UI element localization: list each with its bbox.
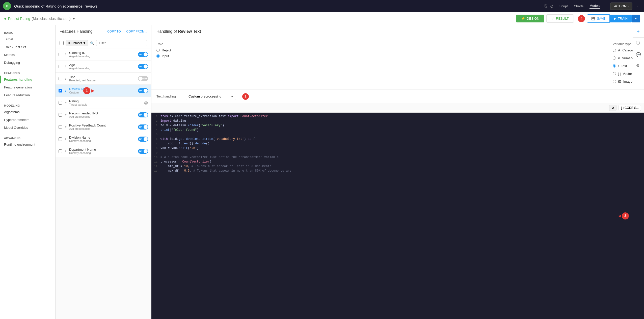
filter-input[interactable] — [96, 40, 147, 46]
toggle-on[interactable] — [138, 137, 148, 142]
numerical-radio[interactable] — [613, 56, 616, 60]
feature-type: # — [64, 113, 67, 116]
chat-right-icon[interactable]: 💬 — [633, 49, 644, 60]
feature-row-selected[interactable]: I Review Text Custom 1 ▶ — [56, 85, 151, 97]
feature-checkbox-checked[interactable] — [59, 89, 62, 92]
feature-name: Title — [69, 75, 136, 79]
text-handling-select[interactable]: Custom preprocessing Count vectorization… — [186, 93, 236, 100]
code-snippet-button[interactable]: { } CODE S... — [619, 105, 641, 111]
sidebar-modeling-title: MODELING — [0, 102, 55, 108]
feature-checkbox[interactable] — [59, 137, 62, 141]
sidebar-item-hyperparameters[interactable]: Hyperparameters — [0, 116, 55, 124]
input-option[interactable]: Input — [156, 54, 171, 58]
feature-desc: Target variable — [69, 103, 142, 106]
sort-button[interactable]: ⇅ Dataset ▼ — [66, 40, 88, 46]
app-title: Quick modeling of Rating on ecommerce_re… — [14, 4, 545, 8]
predict-label: ● Predict Rating (Multiclass classificat… — [4, 16, 76, 21]
feature-name: Clothing ID — [69, 51, 136, 55]
feature-row[interactable]: # Rating Target variable ◎ — [56, 97, 151, 109]
predict-type: (Multiclass classification) — [32, 17, 71, 21]
copy-to-link[interactable]: COPY TO... — [107, 30, 123, 33]
input-radio[interactable] — [156, 54, 160, 58]
code-settings-button[interactable]: ⚙ — [609, 105, 616, 111]
feature-checkbox[interactable] — [59, 125, 62, 129]
sidebar-item-target[interactable]: Target — [0, 35, 55, 43]
back-button[interactable]: ← — [636, 4, 641, 9]
categorical-radio[interactable] — [613, 49, 616, 52]
feature-row[interactable]: I Title Rejected, text feature — [56, 73, 151, 85]
feature-info: Division Name Dummy encoding — [69, 136, 136, 142]
result-button[interactable]: ✓ RESULT — [546, 14, 574, 23]
toggle-off[interactable] — [138, 76, 148, 81]
feature-type: # — [64, 101, 67, 104]
add-right-icon[interactable]: ＋ — [633, 25, 644, 38]
second-bar: ● Predict Rating (Multiclass classificat… — [0, 12, 644, 25]
text-radio[interactable] — [613, 64, 616, 68]
toggle-on[interactable] — [138, 149, 148, 154]
image-radio[interactable] — [613, 80, 616, 83]
sidebar-item-metrics[interactable]: Metrics — [0, 51, 55, 59]
toggle-on[interactable] — [138, 124, 148, 130]
actions-button[interactable]: ACTIONS — [610, 3, 632, 10]
sidebar-advanced-title: ADVANCED — [0, 135, 55, 141]
vector-option[interactable]: [ ] Vector — [613, 72, 639, 76]
feature-checkbox[interactable] — [59, 149, 62, 153]
badge-4: 4 — [578, 15, 585, 22]
nav-charts[interactable]: Charts — [574, 4, 583, 8]
reject-option[interactable]: Reject — [156, 48, 171, 52]
image-icon: 🖼 — [618, 80, 621, 83]
result-icon: ✓ — [552, 17, 554, 20]
design-button[interactable]: ⚡ DESIGN — [516, 15, 544, 22]
settings-right-icon[interactable]: ⚙ — [633, 60, 644, 71]
settings-icon[interactable]: ⊙ — [550, 4, 553, 9]
feature-checkbox[interactable] — [59, 101, 62, 105]
train-icon: ▶ — [614, 17, 616, 20]
select-all-checkbox[interactable] — [60, 41, 64, 45]
feature-name: Review Text — [69, 87, 136, 91]
info-right-icon[interactable]: ⓘ — [633, 38, 644, 49]
nav-script[interactable]: Script — [559, 4, 568, 8]
feature-checkbox[interactable] — [59, 65, 62, 68]
feature-checkbox[interactable] — [59, 113, 62, 117]
code-line: 10 # A custom code vectorizer must defin… — [151, 155, 644, 160]
image-option[interactable]: 🖼 Image — [613, 80, 639, 83]
sidebar-item-train-test[interactable]: Train / Test Set — [0, 43, 55, 51]
center-panel: Features Handling COPY TO... COPY FROM..… — [56, 25, 151, 319]
feature-name: Rating — [69, 99, 142, 103]
feature-name: Positive Feedback Count — [69, 123, 136, 127]
feature-row[interactable]: # Age Avg-std rescaling — [56, 60, 151, 73]
top-bar: D Quick modeling of Rating on ecommerce_… — [0, 0, 644, 12]
sidebar-item-features-handling[interactable]: Features handling — [0, 76, 55, 83]
sidebar-item-algorithms[interactable]: Algorithms — [0, 108, 55, 116]
right-header: Handling of Review Text — [151, 25, 644, 38]
feature-checkbox[interactable] — [59, 77, 62, 80]
feature-row[interactable]: # Recommended IND Avg-std rescaling — [56, 109, 151, 121]
vector-radio[interactable] — [613, 72, 616, 75]
code-editor[interactable]: 1 from sklearn.feature_extraction.text i… — [151, 113, 644, 319]
save-button[interactable]: 💾 SAVE — [587, 14, 610, 23]
nav-models[interactable]: Models — [589, 4, 600, 9]
vector-label: Vector — [623, 72, 632, 76]
feature-row[interactable]: # Positive Feedback Count Avg-std rescal… — [56, 121, 151, 133]
copy-from-link[interactable]: COPY FROM... — [126, 30, 147, 33]
reject-radio[interactable] — [156, 49, 160, 52]
feature-row[interactable]: A Division Name Dummy encoding — [56, 133, 151, 145]
sidebar-item-feature-generation[interactable]: Feature generation — [0, 83, 55, 91]
toggle-on[interactable] — [138, 64, 148, 69]
feature-row[interactable]: A Department Name Dummy encoding — [56, 145, 151, 157]
feature-checkbox[interactable] — [59, 53, 62, 56]
toggle-on[interactable] — [138, 88, 148, 93]
feature-row[interactable]: # Clothing ID Avg-std rescaling — [56, 48, 151, 60]
code-line: 6 with fold.get_download_stream('vocabul… — [151, 137, 644, 142]
sidebar-item-feature-reduction[interactable]: Feature reduction — [0, 91, 55, 99]
sidebar-item-runtime[interactable]: Runtime environment — [0, 141, 55, 148]
toggle-on[interactable] — [138, 52, 148, 57]
sidebar-item-model-overrides[interactable]: Model Overrides — [0, 124, 55, 132]
copy-icon[interactable]: ⎘ — [545, 4, 547, 9]
train-button[interactable]: ▶ TRAIN — [610, 15, 632, 22]
predict-chevron[interactable]: ▼ — [72, 17, 76, 21]
design-icon: ⚡ — [521, 17, 525, 20]
toggle-on[interactable] — [138, 112, 148, 117]
train-dropdown[interactable]: ▼ — [632, 15, 640, 22]
sidebar-item-debugging[interactable]: Debugging — [0, 59, 55, 67]
